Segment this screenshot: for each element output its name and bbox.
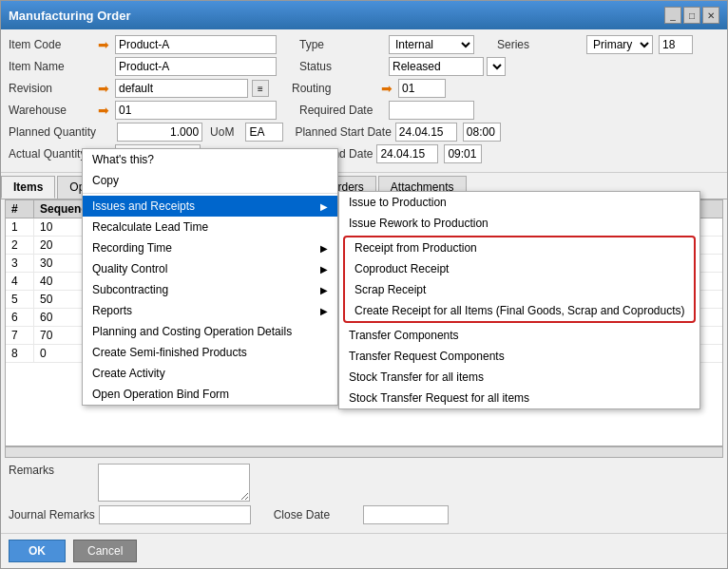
warehouse-input[interactable] xyxy=(115,101,277,120)
cancel-button[interactable]: Cancel xyxy=(73,540,137,562)
submenu-create-receipt-all[interactable]: Create Receipt for all Items (Final Good… xyxy=(345,300,694,321)
minimize-button[interactable]: _ xyxy=(664,7,681,24)
ok-button[interactable]: OK xyxy=(9,540,66,562)
menu-whats-this[interactable]: What's this? xyxy=(83,149,337,170)
uom-label: UoM xyxy=(210,125,234,139)
remarks-input[interactable] xyxy=(98,464,250,502)
restore-button[interactable]: □ xyxy=(683,7,700,24)
uom-input[interactable] xyxy=(245,123,283,142)
col-hash: # xyxy=(6,200,34,218)
menu-separator-1 xyxy=(83,193,337,194)
status-label: Status xyxy=(299,60,385,73)
close-date-label: Close Date xyxy=(274,508,359,522)
journal-remarks-row: Journal Remarks Close Date xyxy=(9,505,719,524)
required-date-input[interactable] xyxy=(389,101,474,120)
form-row-1: Item Code ➡ Type Internal Series Primary xyxy=(9,35,719,54)
warehouse-arrow: ➡ xyxy=(98,103,109,118)
remarks-row: Remarks xyxy=(9,464,719,502)
revision-input[interactable] xyxy=(115,79,248,98)
issues-receipts-arrow: ▶ xyxy=(320,201,328,212)
form-row-5: Planned Quantity ➡ UoM Planned Start Dat… xyxy=(9,123,719,142)
submenu-receipt-from-production[interactable]: Receipt from Production xyxy=(345,237,694,258)
recording-time-arrow: ▶ xyxy=(320,243,328,254)
remarks-label: Remarks xyxy=(9,464,94,477)
window-title: Manufacturing Order xyxy=(9,9,131,23)
required-date-label: Required Date xyxy=(299,104,385,117)
menu-recalculate[interactable]: Recalculate Lead Time xyxy=(83,217,337,237)
revision-arrow: ➡ xyxy=(98,81,109,96)
item-name-input[interactable] xyxy=(115,57,277,76)
menu-reports[interactable]: Reports ▶ xyxy=(83,300,337,321)
form-row-3: Revision ➡ ≡ Routing ➡ xyxy=(9,79,719,98)
status-select[interactable] xyxy=(487,57,506,76)
submenu-coproduct-receipt[interactable]: Coproduct Receipt xyxy=(345,258,694,279)
menu-recording-time[interactable]: Recording Time ▶ xyxy=(83,237,337,258)
doc-icon[interactable]: ≡ xyxy=(252,80,269,97)
submenu-highlight-group: Receipt from Production Coproduct Receip… xyxy=(343,236,696,323)
warehouse-label: Warehouse xyxy=(9,104,94,117)
menu-subcontracting[interactable]: Subcontracting ▶ xyxy=(83,279,337,300)
horizontal-scrollbar[interactable] xyxy=(5,446,723,458)
reports-arrow: ▶ xyxy=(320,306,328,316)
item-name-label: Item Name xyxy=(9,60,94,73)
form-row-4: Warehouse ➡ Required Date xyxy=(9,101,719,120)
form-row-2: Item Name ➡ Status xyxy=(9,57,719,76)
submenu-stock-transfer-all[interactable]: Stock Transfer for all items xyxy=(339,367,699,388)
submenu-issue-to-production[interactable]: Issue to Production xyxy=(339,192,699,213)
routing-arrow: ➡ xyxy=(381,81,393,96)
item-code-input[interactable] xyxy=(115,35,277,54)
submenu-scrap-receipt[interactable]: Scrap Receipt xyxy=(345,279,694,300)
planned-end-time-input[interactable] xyxy=(444,144,482,163)
type-label: Type xyxy=(299,38,385,51)
status-input[interactable] xyxy=(389,57,484,76)
planned-qty-input[interactable] xyxy=(117,123,202,142)
menu-copy[interactable]: Copy xyxy=(83,170,337,191)
tab-items[interactable]: Items xyxy=(1,176,55,199)
window-controls: _ □ ✕ xyxy=(664,7,719,24)
planned-start-time-input[interactable] xyxy=(463,123,501,142)
planned-start-label: Planned Start Date xyxy=(295,125,391,139)
submenu-stock-transfer-request[interactable]: Stock Transfer Request for all items xyxy=(339,388,699,408)
close-button[interactable]: ✕ xyxy=(702,7,719,24)
menu-semi-finished[interactable]: Create Semi-finished Products xyxy=(83,342,337,363)
menu-create-activity[interactable]: Create Activity xyxy=(83,363,337,384)
planned-end-date-input[interactable] xyxy=(376,144,438,163)
item-code-label: Item Code xyxy=(9,38,94,51)
menu-open-bind[interactable]: Open Operation Bind Form xyxy=(83,384,337,405)
main-window: Manufacturing Order _ □ ✕ Item Code ➡ Ty… xyxy=(0,0,728,569)
journal-remarks-label: Journal Remarks xyxy=(9,508,95,522)
menu-issues-receipts[interactable]: Issues and Receipts ▶ xyxy=(83,196,337,217)
context-menu: What's this? Copy Issues and Receipts ▶ … xyxy=(82,148,338,406)
series-select[interactable]: Primary xyxy=(586,35,653,54)
journal-remarks-input[interactable] xyxy=(99,505,251,524)
planned-qty-label: Planned Quantity xyxy=(9,125,96,139)
title-bar: Manufacturing Order _ □ ✕ xyxy=(1,1,727,29)
quality-control-arrow: ▶ xyxy=(320,264,328,275)
type-select[interactable]: Internal xyxy=(389,35,474,54)
series-label: Series xyxy=(497,38,583,51)
planned-start-date-input[interactable] xyxy=(395,123,457,142)
submenu-transfer-request-components[interactable]: Transfer Request Components xyxy=(339,346,699,367)
revision-label: Revision xyxy=(9,82,94,95)
item-code-arrow: ➡ xyxy=(98,37,109,52)
routing-input[interactable] xyxy=(398,79,446,98)
routing-label: Routing xyxy=(292,82,377,95)
submenu-issue-rework[interactable]: Issue Rework to Production xyxy=(339,213,699,234)
submenu: Issue to Production Issue Rework to Prod… xyxy=(338,191,700,409)
menu-quality-control[interactable]: Quality Control ▶ xyxy=(83,258,337,279)
close-date-input[interactable] xyxy=(363,505,449,524)
submenu-transfer-components[interactable]: Transfer Components xyxy=(339,325,699,346)
button-row: OK Cancel xyxy=(1,533,727,568)
bottom-area: Remarks Journal Remarks Close Date xyxy=(1,458,727,533)
menu-planning-costing[interactable]: Planning and Costing Operation Details xyxy=(83,321,337,342)
subcontracting-arrow: ▶ xyxy=(320,285,328,295)
series-num-input[interactable] xyxy=(659,35,693,54)
